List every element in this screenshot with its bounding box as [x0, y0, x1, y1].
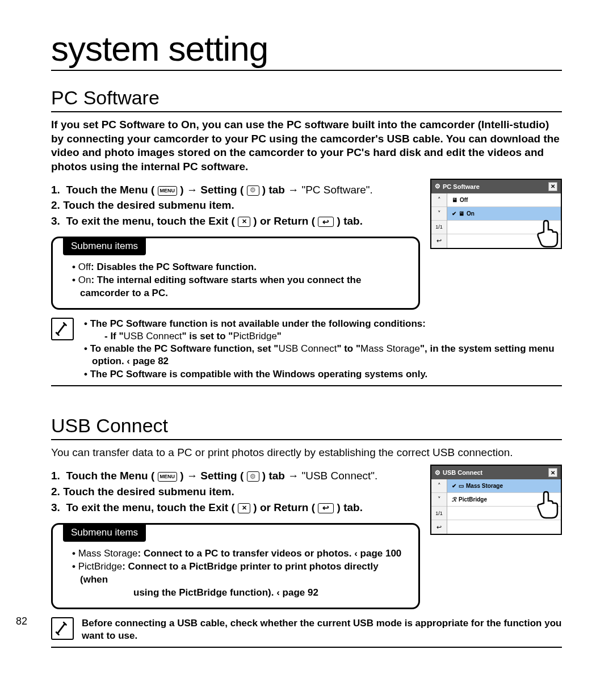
page-title: system setting	[51, 28, 562, 71]
monitor-icon: 🖥	[452, 197, 457, 203]
submenu-item-on: On: The internal editing software starts…	[63, 274, 408, 300]
text: Off	[78, 262, 91, 272]
text: The PC Software is compatible with the W…	[90, 369, 428, 379]
text: To exit the menu, touch the Exit (	[66, 501, 234, 513]
label: Mass Storage	[466, 483, 503, 489]
gear-icon: ⚙	[435, 469, 440, 476]
text: Mass Storage	[78, 548, 138, 559]
menu-icon: MENU	[158, 472, 178, 482]
text: If "	[110, 331, 123, 341]
text: ) tab.	[337, 215, 363, 227]
text: : Disables the PC Software function.	[91, 262, 257, 272]
monitor-icon: 🖥	[459, 210, 464, 217]
submenu-label: Submenu items	[63, 524, 146, 542]
note-line: The PC Software function is not availabl…	[82, 318, 562, 343]
note-line: To enable the PC Software function, set …	[82, 343, 562, 368]
text: ) or Return (	[253, 215, 315, 227]
submenu-box-usb-connect: Submenu items Mass Storage: Connect to a…	[51, 523, 420, 609]
text: Touch the Menu (	[66, 184, 154, 196]
gear-icon	[247, 185, 259, 196]
screen-item-off[interactable]: 🖥 Off	[447, 193, 561, 207]
submenu-label: Submenu items	[63, 237, 146, 255]
note-usb-connect: Before connecting a USB cable, check whe…	[51, 617, 562, 648]
step-1: 1. Touch the Menu ( MENU ) → Setting ( )…	[51, 468, 420, 484]
text: " is set to "	[182, 331, 233, 341]
check-icon: ✔	[452, 483, 456, 489]
label: PictBridge	[459, 496, 487, 503]
text: To exit the menu, touch the Exit (	[66, 215, 234, 227]
text: ) tab.	[337, 501, 363, 513]
text: PictBridge	[233, 331, 276, 341]
text: The PC Software function is not availabl…	[90, 318, 426, 329]
page-indicator: 1/1	[431, 221, 447, 234]
text: USB Connect	[278, 343, 337, 354]
submenu-item-off: Off: Disables the PC Software function.	[63, 261, 408, 274]
screen-illustration-pc-software: ⚙ PC Software ✕ ˄ ˅ 1/1 ↩ 🖥 Off ✔ 🖥 On	[430, 179, 562, 249]
text: : Connect to a PictBridge printer to pri…	[80, 561, 379, 585]
return-icon[interactable]: ↩	[431, 520, 447, 534]
usb-connect-steps: 1. Touch the Menu ( MENU ) → Setting ( )…	[51, 468, 420, 515]
menu-icon: MENU	[158, 186, 178, 196]
text: ) or Return (	[253, 501, 315, 513]
text: Touch the Menu (	[66, 470, 154, 482]
text: : Connect to a PC to transfer videos or …	[138, 548, 402, 559]
text: Mass Storage	[360, 343, 420, 354]
screen-pager: ˄ ˅ 1/1 ↩	[431, 479, 447, 534]
text: Touch the desired submenu item.	[63, 199, 234, 211]
screen-item-blank	[447, 520, 561, 534]
close-icon[interactable]: ✕	[548, 468, 557, 477]
disk-icon: ▭	[459, 483, 464, 489]
note-pc-software: The PC Software function is not availabl…	[51, 318, 562, 386]
touch-hand-icon	[531, 487, 565, 521]
page-indicator: 1/1	[431, 507, 447, 520]
text: To enable the PC Software function, set …	[90, 343, 279, 354]
step-3: 3. To exit the menu, touch the Exit ( ) …	[51, 500, 420, 516]
text: using the PictBridge function). ‹ page 9…	[80, 587, 408, 600]
gear-icon: ⚙	[435, 183, 440, 190]
step-2: 2. Touch the desired submenu item.	[51, 484, 420, 500]
pc-software-intro: If you set PC Software to On, you can us…	[51, 118, 562, 174]
text: ) → Setting (	[180, 184, 243, 196]
return-icon[interactable]: ↩	[431, 234, 447, 248]
up-arrow-icon[interactable]: ˄	[431, 479, 447, 493]
up-arrow-icon[interactable]: ˄	[431, 193, 447, 207]
check-icon: ✔	[452, 210, 456, 217]
text: "USB Connect".	[301, 470, 377, 482]
label: On	[467, 210, 475, 217]
step-2: 2. Touch the desired submenu item.	[51, 197, 420, 213]
close-icon[interactable]: ✕	[548, 182, 557, 191]
note-icon	[51, 318, 74, 340]
text: : The internal editing software starts w…	[80, 275, 361, 298]
text: " to "	[337, 343, 360, 354]
screen-illustration-usb-connect: ⚙ USB Connect ✕ ˄ ˅ 1/1 ↩ ✔ ▭ Mass Stora…	[430, 465, 562, 535]
screen-title: PC Software	[443, 183, 480, 190]
text: On	[78, 275, 91, 285]
text: "	[277, 331, 282, 341]
usb-connect-intro: You can transfer data to a PC or print p…	[51, 446, 562, 459]
return-icon	[318, 503, 334, 513]
touch-hand-icon	[531, 216, 565, 250]
gear-icon	[247, 471, 259, 482]
pc-software-steps: 1. Touch the Menu ( MENU ) → Setting ( )…	[51, 182, 420, 229]
screen-title: USB Connect	[443, 469, 482, 476]
label: Off	[460, 197, 468, 203]
pictbridge-icon: ℛ	[452, 496, 456, 503]
submenu-item-pictbridge: PictBridge: Connect to a PictBridge prin…	[63, 560, 408, 600]
text: "PC Software".	[301, 184, 372, 196]
text: ) tab →	[262, 470, 302, 482]
text: PictBridge	[78, 561, 122, 572]
submenu-item-mass-storage: Mass Storage: Connect to a PC to transfe…	[63, 547, 408, 560]
down-arrow-icon[interactable]: ˅	[431, 493, 447, 507]
text: ) → Setting (	[180, 470, 243, 482]
close-icon	[238, 217, 250, 227]
page-number: 82	[16, 615, 27, 627]
close-icon	[238, 503, 250, 513]
note-subline: If "USB Connect" is set to "PictBridge"	[92, 330, 562, 343]
screen-header: ⚙ USB Connect ✕	[431, 466, 561, 479]
note-icon	[51, 617, 74, 640]
down-arrow-icon[interactable]: ˅	[431, 207, 447, 221]
screen-header: ⚙ PC Software ✕	[431, 180, 561, 193]
text: USB Connect	[124, 331, 182, 341]
return-icon	[318, 217, 334, 227]
submenu-box-pc-software: Submenu items Off: Disables the PC Softw…	[51, 237, 420, 310]
